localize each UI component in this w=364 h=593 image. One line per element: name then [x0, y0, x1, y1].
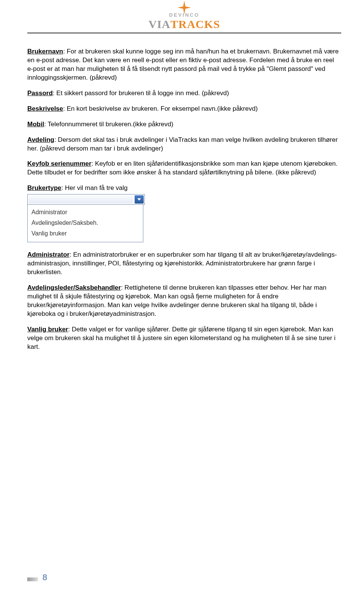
label-mobil: Mobil: [27, 121, 44, 128]
brand-via: VIA: [148, 18, 170, 30]
para-brukertype: Brukertype: Her vil man få tre valg: [27, 184, 341, 193]
para-vanlig-bruker: Vanlig bruker: Dette valget er for vanli…: [27, 325, 341, 351]
para-administrator: Administrator: En administratorbruker er…: [27, 251, 341, 277]
dropdown-option-avdelingsleder[interactable]: Avdelingsleder/Saksbeh.: [31, 218, 139, 228]
text-mobil: : Telefonnummeret til brukeren.(ikke påk…: [44, 121, 173, 128]
label-brukertype: Brukertype: [27, 184, 61, 191]
dropdown-toggle-button[interactable]: [135, 195, 144, 204]
para-beskrivelse: Beskrivelse: En kort beskrivelse av bruk…: [27, 105, 341, 113]
dropdown-options-list: Administrator Avdelingsleder/Saksbeh. Va…: [27, 205, 143, 242]
body-content: Brukernavn: For at brukeren skal kunne l…: [27, 47, 341, 351]
chevron-down-icon: [137, 198, 141, 201]
label-avdeling: Avdeling: [27, 136, 54, 143]
text-beskrivelse: : En kort beskrivelse av brukeren. For e…: [63, 105, 258, 112]
page-container: DEVINCO VIATRACKS Brukernavn: For at bru…: [0, 0, 364, 351]
dropdown-value-area: [28, 195, 133, 204]
para-mobil: Mobil: Telefonnummeret til brukeren.(ikk…: [27, 120, 341, 129]
page-number: 8: [42, 573, 47, 582]
svg-marker-1: [137, 198, 141, 201]
label-administrator: Administrator: [27, 251, 69, 258]
dropdown-selected[interactable]: [27, 194, 145, 205]
svg-marker-0: [177, 1, 191, 14]
dropdown-option-vanlig-bruker[interactable]: Vanlig bruker: [31, 228, 139, 239]
brand-main-text: VIATRACKS: [148, 18, 220, 30]
para-keyfob: Keyfob serienummer: Keyfob er en liten s…: [27, 160, 341, 177]
para-brukernavn: Brukernavn: For at brukeren skal kunne l…: [27, 47, 341, 82]
text-avdeling: : Dersom det skal tas i bruk avdelinger …: [27, 136, 338, 152]
para-passord: Passord: Et sikkert passord for brukeren…: [27, 89, 341, 98]
label-keyfob: Keyfob serienummer: [27, 160, 91, 167]
usertype-dropdown[interactable]: Administrator Avdelingsleder/Saksbeh. Va…: [27, 194, 145, 242]
page-footer: 8: [27, 573, 47, 582]
logo: DEVINCO VIATRACKS: [148, 2, 220, 31]
text-passord: : Et sikkert passord for brukeren til å …: [53, 89, 229, 97]
label-vanlig-bruker: Vanlig bruker: [27, 326, 68, 333]
page-header: DEVINCO VIATRACKS: [27, 0, 341, 31]
header-divider: [27, 32, 341, 34]
label-avdelingsleder: Avdelingsleder/Saksbehandler: [27, 284, 121, 291]
brand-tracks: TRACKS: [170, 18, 220, 30]
footer-accent-bar: [27, 577, 38, 581]
text-brukertype: : Her vil man få tre valg: [61, 184, 128, 191]
para-avdeling: Avdeling: Dersom det skal tas i bruk avd…: [27, 136, 341, 153]
label-passord: Passord: [27, 89, 53, 97]
text-administrator: : En administratorbruker er en superbruk…: [27, 251, 337, 276]
label-beskrivelse: Beskrivelse: [27, 105, 63, 112]
star-icon: [177, 1, 191, 14]
label-brukernavn: Brukernavn: [27, 48, 63, 55]
para-avdelingsleder: Avdelingsleder/Saksbehandler: Rettighete…: [27, 284, 341, 318]
dropdown-option-administrator[interactable]: Administrator: [31, 207, 139, 218]
text-brukernavn: : For at brukeren skal kunne logge seg i…: [27, 48, 339, 81]
text-vanlig-bruker: : Dette valget er for vanlige sjåfører. …: [27, 326, 336, 350]
